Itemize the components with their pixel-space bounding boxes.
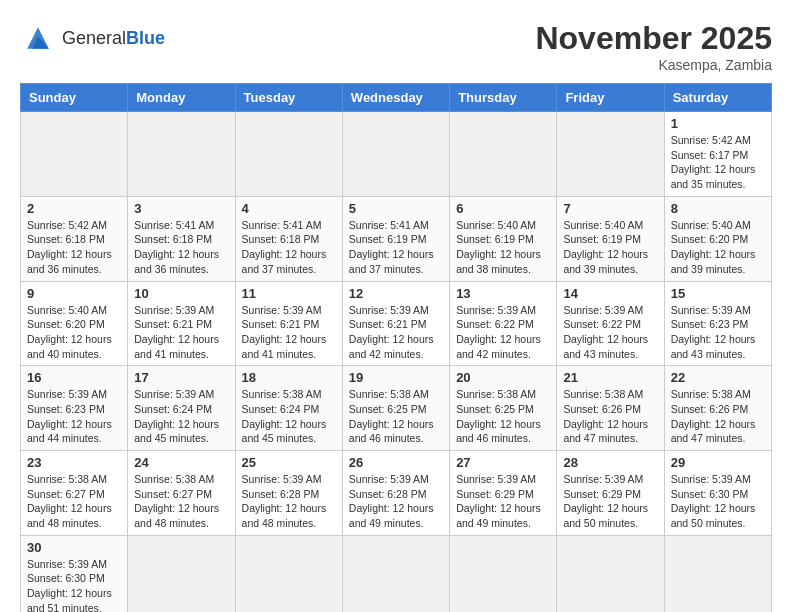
day-info: Sunrise: 5:39 AM Sunset: 6:22 PM Dayligh… xyxy=(563,303,657,362)
calendar-cell: 19Sunrise: 5:38 AM Sunset: 6:25 PM Dayli… xyxy=(342,366,449,451)
calendar-cell: 28Sunrise: 5:39 AM Sunset: 6:29 PM Dayli… xyxy=(557,451,664,536)
calendar-cell xyxy=(342,112,449,197)
day-info: Sunrise: 5:39 AM Sunset: 6:28 PM Dayligh… xyxy=(349,472,443,531)
calendar-cell: 20Sunrise: 5:38 AM Sunset: 6:25 PM Dayli… xyxy=(450,366,557,451)
day-info: Sunrise: 5:39 AM Sunset: 6:28 PM Dayligh… xyxy=(242,472,336,531)
day-number: 28 xyxy=(563,455,657,470)
calendar-cell xyxy=(128,112,235,197)
day-info: Sunrise: 5:38 AM Sunset: 6:24 PM Dayligh… xyxy=(242,387,336,446)
day-number: 16 xyxy=(27,370,121,385)
day-info: Sunrise: 5:42 AM Sunset: 6:18 PM Dayligh… xyxy=(27,218,121,277)
day-info: Sunrise: 5:39 AM Sunset: 6:29 PM Dayligh… xyxy=(456,472,550,531)
day-number: 15 xyxy=(671,286,765,301)
day-number: 25 xyxy=(242,455,336,470)
calendar-cell: 30Sunrise: 5:39 AM Sunset: 6:30 PM Dayli… xyxy=(21,535,128,612)
calendar-cell xyxy=(21,112,128,197)
day-number: 12 xyxy=(349,286,443,301)
day-info: Sunrise: 5:40 AM Sunset: 6:20 PM Dayligh… xyxy=(27,303,121,362)
day-number: 24 xyxy=(134,455,228,470)
day-number: 1 xyxy=(671,116,765,131)
day-number: 3 xyxy=(134,201,228,216)
calendar-cell xyxy=(557,535,664,612)
weekday-header: Sunday xyxy=(21,84,128,112)
day-info: Sunrise: 5:40 AM Sunset: 6:20 PM Dayligh… xyxy=(671,218,765,277)
day-number: 14 xyxy=(563,286,657,301)
calendar-cell xyxy=(557,112,664,197)
calendar-cell: 1Sunrise: 5:42 AM Sunset: 6:17 PM Daylig… xyxy=(664,112,771,197)
day-info: Sunrise: 5:38 AM Sunset: 6:26 PM Dayligh… xyxy=(671,387,765,446)
calendar-cell: 7Sunrise: 5:40 AM Sunset: 6:19 PM Daylig… xyxy=(557,196,664,281)
calendar-cell: 12Sunrise: 5:39 AM Sunset: 6:21 PM Dayli… xyxy=(342,281,449,366)
weekday-header: Wednesday xyxy=(342,84,449,112)
calendar-cell: 14Sunrise: 5:39 AM Sunset: 6:22 PM Dayli… xyxy=(557,281,664,366)
calendar-cell xyxy=(450,112,557,197)
day-info: Sunrise: 5:39 AM Sunset: 6:21 PM Dayligh… xyxy=(349,303,443,362)
day-info: Sunrise: 5:38 AM Sunset: 6:27 PM Dayligh… xyxy=(27,472,121,531)
calendar-cell: 23Sunrise: 5:38 AM Sunset: 6:27 PM Dayli… xyxy=(21,451,128,536)
day-number: 13 xyxy=(456,286,550,301)
calendar-cell: 25Sunrise: 5:39 AM Sunset: 6:28 PM Dayli… xyxy=(235,451,342,536)
day-number: 18 xyxy=(242,370,336,385)
day-info: Sunrise: 5:39 AM Sunset: 6:21 PM Dayligh… xyxy=(134,303,228,362)
day-number: 5 xyxy=(349,201,443,216)
page-header: GeneralBlue November 2025 Kasempa, Zambi… xyxy=(20,20,772,73)
calendar-cell: 17Sunrise: 5:39 AM Sunset: 6:24 PM Dayli… xyxy=(128,366,235,451)
day-number: 21 xyxy=(563,370,657,385)
calendar-cell: 26Sunrise: 5:39 AM Sunset: 6:28 PM Dayli… xyxy=(342,451,449,536)
weekday-header: Tuesday xyxy=(235,84,342,112)
calendar-cell: 6Sunrise: 5:40 AM Sunset: 6:19 PM Daylig… xyxy=(450,196,557,281)
calendar-cell xyxy=(128,535,235,612)
calendar-cell: 29Sunrise: 5:39 AM Sunset: 6:30 PM Dayli… xyxy=(664,451,771,536)
calendar-cell: 16Sunrise: 5:39 AM Sunset: 6:23 PM Dayli… xyxy=(21,366,128,451)
calendar-cell: 27Sunrise: 5:39 AM Sunset: 6:29 PM Dayli… xyxy=(450,451,557,536)
calendar-week-row: 30Sunrise: 5:39 AM Sunset: 6:30 PM Dayli… xyxy=(21,535,772,612)
calendar-cell: 5Sunrise: 5:41 AM Sunset: 6:19 PM Daylig… xyxy=(342,196,449,281)
logo: GeneralBlue xyxy=(20,20,165,56)
day-number: 4 xyxy=(242,201,336,216)
day-info: Sunrise: 5:39 AM Sunset: 6:23 PM Dayligh… xyxy=(27,387,121,446)
month-title: November 2025 xyxy=(535,20,772,57)
day-info: Sunrise: 5:39 AM Sunset: 6:22 PM Dayligh… xyxy=(456,303,550,362)
calendar-cell: 24Sunrise: 5:38 AM Sunset: 6:27 PM Dayli… xyxy=(128,451,235,536)
day-info: Sunrise: 5:41 AM Sunset: 6:18 PM Dayligh… xyxy=(134,218,228,277)
day-number: 26 xyxy=(349,455,443,470)
calendar-week-row: 2Sunrise: 5:42 AM Sunset: 6:18 PM Daylig… xyxy=(21,196,772,281)
weekday-header: Thursday xyxy=(450,84,557,112)
day-info: Sunrise: 5:41 AM Sunset: 6:19 PM Dayligh… xyxy=(349,218,443,277)
calendar-week-row: 1Sunrise: 5:42 AM Sunset: 6:17 PM Daylig… xyxy=(21,112,772,197)
calendar-header-row: SundayMondayTuesdayWednesdayThursdayFrid… xyxy=(21,84,772,112)
day-info: Sunrise: 5:38 AM Sunset: 6:25 PM Dayligh… xyxy=(349,387,443,446)
day-number: 11 xyxy=(242,286,336,301)
weekday-header: Saturday xyxy=(664,84,771,112)
day-number: 19 xyxy=(349,370,443,385)
calendar-cell: 21Sunrise: 5:38 AM Sunset: 6:26 PM Dayli… xyxy=(557,366,664,451)
day-info: Sunrise: 5:38 AM Sunset: 6:26 PM Dayligh… xyxy=(563,387,657,446)
calendar-cell: 11Sunrise: 5:39 AM Sunset: 6:21 PM Dayli… xyxy=(235,281,342,366)
calendar-week-row: 23Sunrise: 5:38 AM Sunset: 6:27 PM Dayli… xyxy=(21,451,772,536)
day-info: Sunrise: 5:39 AM Sunset: 6:21 PM Dayligh… xyxy=(242,303,336,362)
day-info: Sunrise: 5:38 AM Sunset: 6:25 PM Dayligh… xyxy=(456,387,550,446)
day-info: Sunrise: 5:39 AM Sunset: 6:24 PM Dayligh… xyxy=(134,387,228,446)
day-info: Sunrise: 5:38 AM Sunset: 6:27 PM Dayligh… xyxy=(134,472,228,531)
day-info: Sunrise: 5:39 AM Sunset: 6:30 PM Dayligh… xyxy=(27,557,121,612)
location: Kasempa, Zambia xyxy=(535,57,772,73)
calendar-table: SundayMondayTuesdayWednesdayThursdayFrid… xyxy=(20,83,772,612)
calendar-cell: 15Sunrise: 5:39 AM Sunset: 6:23 PM Dayli… xyxy=(664,281,771,366)
calendar-cell xyxy=(235,112,342,197)
calendar-cell: 22Sunrise: 5:38 AM Sunset: 6:26 PM Dayli… xyxy=(664,366,771,451)
calendar-cell: 13Sunrise: 5:39 AM Sunset: 6:22 PM Dayli… xyxy=(450,281,557,366)
weekday-header: Friday xyxy=(557,84,664,112)
title-block: November 2025 Kasempa, Zambia xyxy=(535,20,772,73)
day-number: 29 xyxy=(671,455,765,470)
day-number: 27 xyxy=(456,455,550,470)
calendar-cell xyxy=(450,535,557,612)
day-info: Sunrise: 5:40 AM Sunset: 6:19 PM Dayligh… xyxy=(563,218,657,277)
calendar-cell: 9Sunrise: 5:40 AM Sunset: 6:20 PM Daylig… xyxy=(21,281,128,366)
day-number: 2 xyxy=(27,201,121,216)
day-info: Sunrise: 5:39 AM Sunset: 6:29 PM Dayligh… xyxy=(563,472,657,531)
day-number: 23 xyxy=(27,455,121,470)
calendar-week-row: 9Sunrise: 5:40 AM Sunset: 6:20 PM Daylig… xyxy=(21,281,772,366)
day-number: 17 xyxy=(134,370,228,385)
calendar-cell: 10Sunrise: 5:39 AM Sunset: 6:21 PM Dayli… xyxy=(128,281,235,366)
day-number: 8 xyxy=(671,201,765,216)
